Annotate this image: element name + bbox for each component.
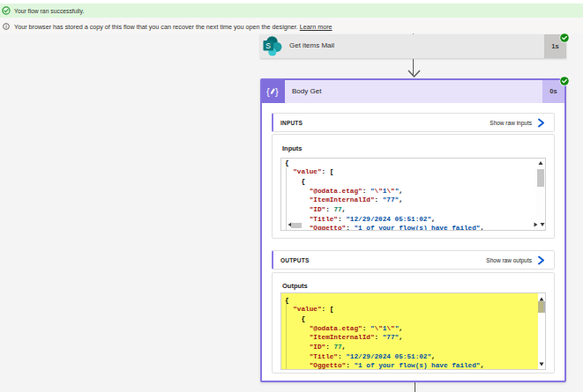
svg-text:S: S <box>265 41 271 50</box>
svg-text:}: } <box>275 86 279 97</box>
svg-text:{: { <box>266 86 270 97</box>
